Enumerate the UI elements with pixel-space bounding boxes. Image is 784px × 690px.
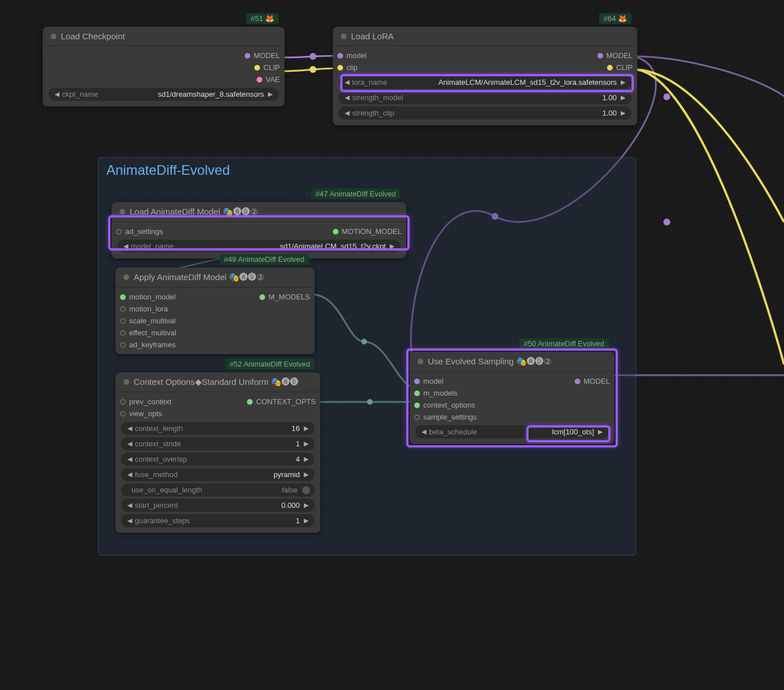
port-out-context-opts[interactable]: CONTEXT_OPTS bbox=[247, 397, 316, 406]
widget-strength-model[interactable]: ◀ strength_model 1.00 ▶ bbox=[339, 91, 632, 104]
port-out-clip[interactable]: CLIP bbox=[254, 63, 280, 72]
group-title: AnimateDiff-Evolved bbox=[98, 158, 636, 183]
port-in-ad-keyframes[interactable]: ad_keyframes bbox=[120, 340, 176, 349]
collapse-dot[interactable] bbox=[123, 379, 129, 385]
widget-guarantee-steps[interactable]: ◀guarantee_steps1▶ bbox=[121, 514, 315, 527]
node-header[interactable]: Load AnimateDiff Model 🎭🅐🅓② bbox=[112, 202, 406, 222]
node-title: Context Options◆Standard Uniform 🎭🅐🅓 bbox=[134, 377, 299, 387]
port-out-clip[interactable]: CLIP bbox=[607, 63, 633, 72]
port-in-motion-model[interactable]: motion_model bbox=[120, 293, 176, 301]
widget-use-on-equal-length[interactable]: use_on_equal_lengthfalse bbox=[121, 483, 315, 496]
port-out-model[interactable]: MODEL bbox=[597, 51, 633, 60]
node-tag: #49 AnimateDiff Evolved bbox=[220, 254, 309, 265]
widget-ckpt-name[interactable]: ◀ ckpt_name sd1/dreamshaper_8.safetensor… bbox=[48, 88, 279, 101]
arrow-left-icon[interactable]: ◀ bbox=[122, 243, 130, 250]
widget-fuse-method[interactable]: ◀fuse_methodpyramid▶ bbox=[121, 468, 315, 481]
arrow-left-icon[interactable]: ◀ bbox=[343, 109, 351, 117]
node-tag: #47 AnimateDiff Evolved bbox=[311, 188, 401, 199]
toggle-dot[interactable] bbox=[302, 486, 310, 494]
node-tag: #52 AnimateDiff Evolved bbox=[225, 359, 315, 369]
widget-beta-schedule[interactable]: ◀beta_schedulelcm[100_ots]▶ bbox=[415, 425, 609, 438]
port-in-ad-settings[interactable]: ad_settings bbox=[116, 227, 163, 236]
port-in-sample-settings[interactable]: sample_settings bbox=[414, 413, 477, 421]
widget-context-stride[interactable]: ◀context_stride1▶ bbox=[121, 437, 315, 450]
node-load-lora[interactable]: #64 🦊 Load LoRA model MODEL clip CLIP ◀ … bbox=[333, 27, 637, 125]
arrow-right-icon[interactable]: ▶ bbox=[619, 79, 627, 86]
port-out-vae[interactable]: VAE bbox=[257, 75, 280, 84]
node-header[interactable]: Apply AnimateDiff Model 🎭🅐🅓② bbox=[115, 268, 315, 288]
collapse-dot[interactable] bbox=[123, 274, 129, 280]
node-header[interactable]: Load Checkpoint bbox=[43, 27, 284, 46]
svg-point-6 bbox=[663, 219, 670, 225]
collapse-dot[interactable] bbox=[341, 34, 346, 39]
arrow-right-icon[interactable]: ▶ bbox=[388, 243, 396, 250]
widget-strength-clip[interactable]: ◀ strength_clip 1.00 ▶ bbox=[339, 106, 632, 120]
widget-lora-name[interactable]: ◀ lora_name AnimateLCM/AnimateLCM_sd15_t… bbox=[339, 76, 632, 89]
port-in-effect-multival[interactable]: effect_multival bbox=[120, 328, 176, 337]
port-out-model[interactable]: MODEL bbox=[245, 51, 280, 60]
port-in-model[interactable]: model bbox=[414, 377, 443, 385]
node-apply-ad-model[interactable]: #49 AnimateDiff Evolved Apply AnimateDif… bbox=[115, 268, 315, 354]
arrow-right-icon[interactable]: ▶ bbox=[266, 91, 274, 98]
node-header[interactable]: Context Options◆Standard Uniform 🎭🅐🅓 bbox=[115, 372, 320, 392]
port-in-motion-lora[interactable]: motion_lora bbox=[120, 305, 168, 313]
port-in-scale-multival[interactable]: scale_multival bbox=[120, 317, 176, 325]
port-in-context-options[interactable]: context_options bbox=[414, 401, 475, 409]
svg-point-5 bbox=[663, 93, 670, 100]
port-in-m-models[interactable]: m_models bbox=[414, 389, 457, 397]
widget-context-overlap[interactable]: ◀context_overlap4▶ bbox=[121, 453, 315, 466]
svg-point-0 bbox=[310, 53, 316, 60]
arrow-right-icon[interactable]: ▶ bbox=[619, 94, 627, 101]
svg-point-1 bbox=[310, 66, 316, 73]
collapse-dot[interactable] bbox=[51, 34, 56, 39]
port-out-model[interactable]: MODEL bbox=[575, 377, 610, 385]
widget-start-percent[interactable]: ◀start_percent0.000▶ bbox=[121, 499, 315, 512]
collapse-dot[interactable] bbox=[119, 209, 125, 215]
node-tag: #64 🦊 bbox=[599, 13, 632, 24]
port-in-prev-context[interactable]: prev_context bbox=[120, 397, 171, 406]
arrow-right-icon[interactable]: ▶ bbox=[619, 109, 627, 117]
widget-model-name[interactable]: ◀ model_name sd1/AnimateLCM_sd15_t2v.ckp… bbox=[117, 240, 401, 253]
node-tag: #50 AnimateDiff Evolved bbox=[519, 338, 609, 349]
port-out-m-models[interactable]: M_MODELS bbox=[259, 293, 310, 301]
port-in-model[interactable]: model bbox=[337, 51, 366, 60]
arrow-left-icon[interactable]: ◀ bbox=[53, 91, 61, 98]
node-context-options[interactable]: #52 AnimateDiff Evolved Context Options◆… bbox=[115, 372, 320, 533]
collapse-dot[interactable] bbox=[418, 359, 423, 364]
node-title: Load LoRA bbox=[351, 31, 394, 41]
node-title: Apply AnimateDiff Model 🎭🅐🅓② bbox=[134, 272, 264, 282]
node-load-ad-model[interactable]: #47 AnimateDiff Evolved Load AnimateDiff… bbox=[112, 202, 406, 258]
node-header[interactable]: Use Evolved Sampling 🎭🅐🅓② bbox=[410, 352, 614, 372]
arrow-left-icon[interactable]: ◀ bbox=[343, 79, 351, 86]
arrow-left-icon[interactable]: ◀ bbox=[343, 94, 351, 101]
widget-context-length[interactable]: ◀context_length16▶ bbox=[121, 422, 315, 435]
port-in-view-opts[interactable]: view_opts bbox=[120, 409, 162, 418]
node-title: Load Checkpoint bbox=[61, 31, 125, 41]
node-evolved-sampling[interactable]: #50 AnimateDiff Evolved Use Evolved Samp… bbox=[410, 352, 614, 444]
port-out-motion-model[interactable]: MOTION_MODEL bbox=[333, 227, 402, 236]
node-header[interactable]: Load LoRA bbox=[333, 27, 637, 46]
node-tag: #51 🦊 bbox=[246, 13, 279, 24]
node-title: Load AnimateDiff Model 🎭🅐🅓② bbox=[130, 207, 258, 217]
node-load-checkpoint[interactable]: #51 🦊 Load Checkpoint MODEL CLIP VAE ◀ c… bbox=[43, 27, 284, 106]
port-in-clip[interactable]: clip bbox=[337, 63, 358, 72]
node-title: Use Evolved Sampling 🎭🅐🅓② bbox=[428, 356, 551, 367]
